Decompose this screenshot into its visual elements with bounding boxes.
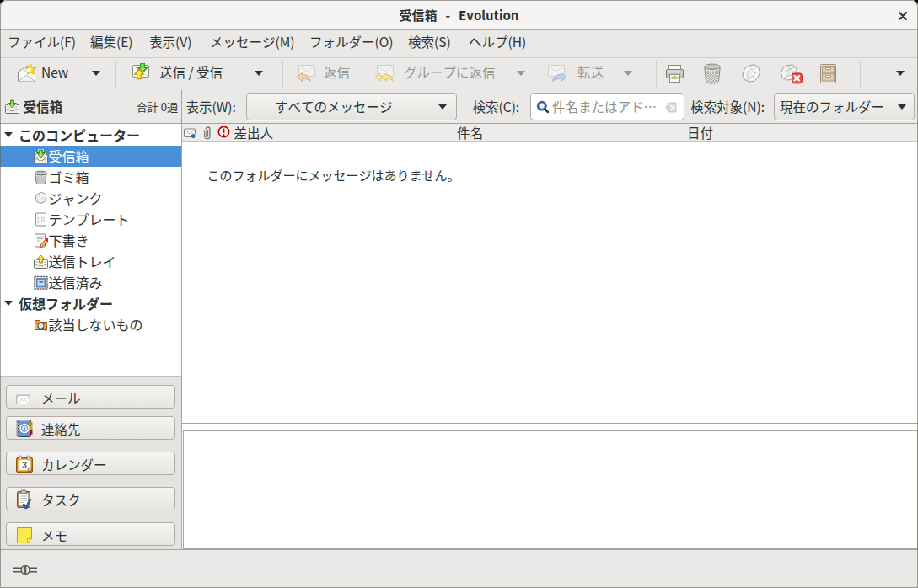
- svg-text:3: 3: [22, 461, 27, 470]
